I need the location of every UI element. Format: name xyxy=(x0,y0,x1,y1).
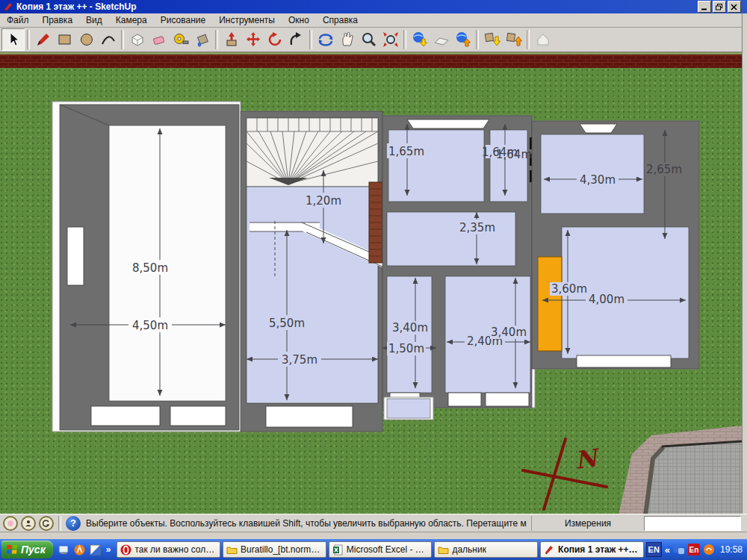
toggle-terrain-button[interactable] xyxy=(430,29,452,50)
tray-app-icon[interactable] xyxy=(673,544,685,556)
make-component-button[interactable] xyxy=(126,29,148,50)
status-icon-1[interactable] xyxy=(3,516,18,531)
share-model-button[interactable] xyxy=(503,29,524,50)
push-pull-icon xyxy=(223,31,241,49)
tape-measure-button[interactable] xyxy=(170,29,191,50)
status-icon-3[interactable] xyxy=(39,516,54,531)
rotate-icon xyxy=(266,31,284,49)
antivirus-icon[interactable] xyxy=(73,544,86,556)
menu-draw[interactable]: Рисование xyxy=(154,14,212,26)
brick-fence xyxy=(0,55,742,68)
svg-text:1,65m: 1,65m xyxy=(388,145,424,158)
porch-stub xyxy=(384,397,433,420)
task-button-sketchup[interactable]: Копия 1 этаж ++ -... xyxy=(540,541,644,558)
pan-hand-icon xyxy=(338,31,356,49)
task-label: Копия 1 этаж ++ -... xyxy=(558,544,640,555)
start-label: Пуск xyxy=(21,544,46,556)
top-room-a-floor xyxy=(388,130,484,202)
svg-text:1,20m: 1,20m xyxy=(306,194,341,208)
terrain-plane-icon xyxy=(433,31,450,49)
tray-lang-switcher[interactable]: En xyxy=(688,544,700,556)
place-model-button[interactable] xyxy=(452,29,474,50)
help-icon[interactable]: ? xyxy=(66,516,81,531)
language-indicator[interactable]: EN xyxy=(646,542,662,557)
svg-text:1,64m: 1,64m xyxy=(496,148,532,161)
menu-tools[interactable]: Инструменты xyxy=(212,14,282,26)
north-label: N xyxy=(573,444,602,475)
paint-bucket-button[interactable] xyxy=(191,29,213,50)
task-button-opera[interactable]: так ли важно солнц... xyxy=(117,541,220,558)
eraser-tool-button[interactable] xyxy=(148,29,170,50)
window-bottom-border xyxy=(0,532,747,539)
window-right-border xyxy=(742,13,747,532)
arc-icon xyxy=(99,31,117,49)
svg-text:5,50m: 5,50m xyxy=(269,317,305,330)
pencil-icon xyxy=(34,31,52,49)
svg-text:2,65m: 2,65m xyxy=(646,163,682,176)
menu-window[interactable]: Окно xyxy=(282,14,316,26)
push-pull-button[interactable] xyxy=(220,29,242,50)
svg-text:3,60m: 3,60m xyxy=(551,282,587,296)
rectangle-tool-button[interactable] xyxy=(54,29,75,50)
main-toolbar xyxy=(0,28,747,52)
tray-orange-icon[interactable] xyxy=(703,544,715,556)
drawing-canvas[interactable]: 8,50m 4,50m xyxy=(0,52,742,514)
measurements-input[interactable] xyxy=(644,516,741,531)
menu-camera[interactable]: Камера xyxy=(109,14,154,26)
tray-chevron[interactable]: « xyxy=(665,544,670,556)
pan-tool-button[interactable] xyxy=(336,29,358,50)
menu-file[interactable]: Файл xyxy=(0,14,36,26)
svg-text:4,00m: 4,00m xyxy=(589,293,624,306)
title-bar[interactable]: Копия 1 этаж ++ - SketchUp xyxy=(0,0,747,13)
central-block: 1,65m 1,64m 1,64m 2,35m 3,40m xyxy=(382,116,539,408)
folder-icon xyxy=(226,544,238,556)
task-button-excel[interactable]: Microsoft Excel - prop... xyxy=(329,541,433,558)
globe-upload-icon xyxy=(454,31,472,49)
restore-icon xyxy=(716,4,723,10)
status-bar: ? Выберите объекты. Воспользуйтесь клави… xyxy=(0,514,747,532)
opera-icon xyxy=(120,544,131,556)
tape-measure-icon xyxy=(172,31,190,49)
line-tool-button[interactable] xyxy=(32,29,54,50)
get-current-view-button[interactable] xyxy=(409,29,430,50)
taskbar: Пуск » так ли важно солнц... Buratillo_[… xyxy=(0,539,747,560)
wardrobe xyxy=(538,257,562,351)
show-desktop-icon[interactable] xyxy=(58,544,70,556)
svg-text:3,40m: 3,40m xyxy=(392,321,428,335)
zoom-extents-button[interactable] xyxy=(379,29,401,50)
quick-launch-chevron[interactable]: » xyxy=(106,544,111,555)
task-button-folder-buratillo[interactable]: Buratillo_[bt.normapl... xyxy=(223,541,326,558)
orbit-tool-button[interactable] xyxy=(314,29,336,50)
share-model-icon xyxy=(505,31,523,49)
top-room-b-floor xyxy=(490,130,527,202)
neighbor-house xyxy=(619,426,742,514)
get-models-icon xyxy=(483,31,501,49)
svg-text:3,75m: 3,75m xyxy=(282,353,317,367)
eraser-icon xyxy=(150,31,168,49)
svg-text:3,40m: 3,40m xyxy=(491,326,527,339)
zoom-tool-button[interactable] xyxy=(358,29,379,50)
menu-help[interactable]: Справка xyxy=(316,14,365,26)
close-button[interactable] xyxy=(728,1,741,13)
orbit-icon xyxy=(317,31,335,49)
menu-edit[interactable]: Правка xyxy=(36,14,80,26)
move-tool-button[interactable] xyxy=(242,29,264,50)
house-component-button[interactable] xyxy=(532,29,554,50)
task-button-folder-dalnik[interactable]: дальник xyxy=(434,541,538,558)
app-shortcut-icon[interactable] xyxy=(89,544,102,556)
restore-button[interactable] xyxy=(713,1,726,13)
start-button[interactable]: Пуск xyxy=(1,541,53,559)
close-icon xyxy=(731,4,738,10)
arc-tool-button[interactable] xyxy=(97,29,119,50)
circle-tool-button[interactable] xyxy=(75,29,97,50)
follow-me-button[interactable] xyxy=(285,29,307,50)
rotate-tool-button[interactable] xyxy=(264,29,285,50)
menu-view[interactable]: Вид xyxy=(79,14,109,26)
sketchup-logo-icon xyxy=(3,1,13,12)
status-icon-2[interactable] xyxy=(21,516,36,531)
minimize-button[interactable] xyxy=(698,1,711,13)
get-models-button[interactable] xyxy=(481,29,503,50)
svg-text:4,50m: 4,50m xyxy=(132,319,168,332)
move-arrows-icon xyxy=(244,31,262,49)
select-tool-button[interactable] xyxy=(1,28,25,51)
